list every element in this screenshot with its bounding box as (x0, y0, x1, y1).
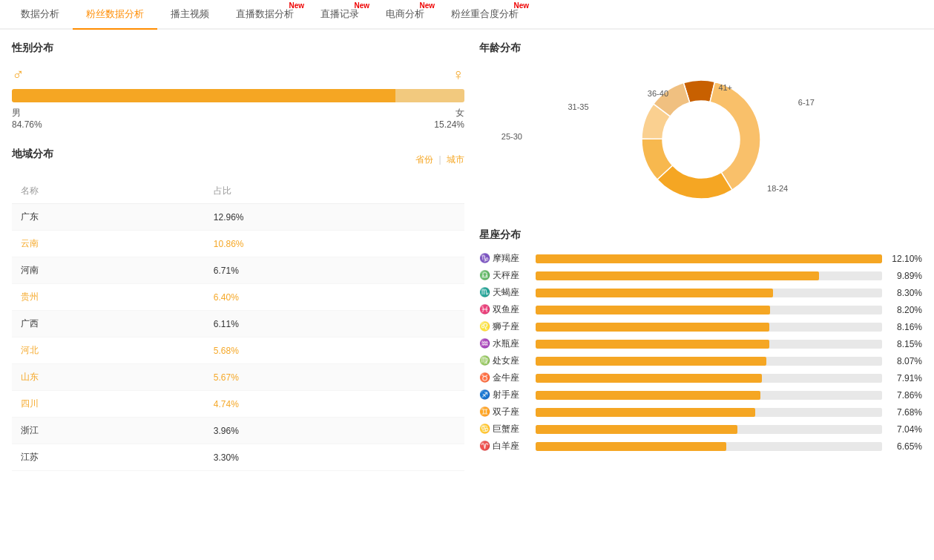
table-row: 四川4.74% (12, 391, 464, 418)
region-pct-cell: 6.71% (205, 257, 464, 284)
female-icon: ♀ (453, 65, 465, 85)
nav-tab-2[interactable]: 播主视频 (157, 0, 223, 28)
region-pct-cell: 5.67% (205, 364, 464, 391)
new-badge-6: New (513, 1, 529, 10)
zodiac-bar-bg-7 (536, 374, 882, 383)
col-pct-header: 占比 (205, 179, 464, 204)
region-pct-cell: 4.74% (205, 391, 464, 418)
zodiac-bar-bg-2 (536, 289, 882, 297)
region-section: 地域分布 省份 | 城市 名称 占比 广东12.96%云南10.86%河南6.7… (12, 148, 464, 471)
nav-tab-5[interactable]: 电商分析New (372, 0, 438, 28)
zodiac-bar-bg-9 (536, 408, 882, 417)
zodiac-pct-11: 6.65% (888, 441, 922, 452)
zodiac-bar-bg-4 (536, 323, 882, 332)
zodiac-section: 星座分布 ♑ 摩羯座12.10%♎ 天秤座9.89%♏ 天蝎座8.30%♓ 双鱼… (479, 228, 922, 452)
zodiac-bar-fill-4 (536, 323, 769, 332)
region-pct-cell: 3.30% (205, 444, 464, 471)
zodiac-bar-bg-3 (536, 306, 882, 314)
region-name-cell: 四川 (12, 391, 205, 418)
region-name-cell: 广东 (12, 204, 205, 231)
zodiac-name-6: ♍ 处女座 (479, 355, 530, 367)
region-header: 地域分布 省份 | 城市 (12, 148, 464, 171)
zodiac-bar-fill-2 (536, 289, 773, 297)
table-row: 云南10.86% (12, 231, 464, 257)
age-section: 年龄分布 6-1718-2425-3031-3536-4041+ (479, 42, 922, 214)
zodiac-bar-bg-6 (536, 357, 882, 366)
new-badge-3: New (289, 1, 304, 10)
region-name-cell: 河北 (12, 337, 205, 364)
region-name-cell: 云南 (12, 231, 205, 257)
zodiac-name-9: ♊ 双子座 (479, 406, 530, 418)
nav-tab-1[interactable]: 粉丝数据分析 (73, 0, 157, 30)
zodiac-name-3: ♓ 双鱼座 (479, 303, 530, 316)
table-row: 浙江3.96% (12, 418, 464, 444)
zodiac-pct-4: 8.16% (888, 322, 922, 332)
zodiac-bar-fill-6 (536, 357, 766, 366)
zodiac-bar-fill-5 (536, 340, 769, 349)
nav-tabs: 数据分析粉丝数据分析播主视频直播数据分析New直播记录New电商分析New粉丝重… (0, 0, 934, 30)
region-table-header: 名称 占比 (12, 179, 464, 204)
region-name-cell: 江苏 (12, 444, 205, 471)
zodiac-row: ♌ 狮子座8.16% (479, 320, 922, 333)
zodiac-bar-fill-9 (536, 408, 755, 417)
col-name-header: 名称 (12, 179, 205, 204)
zodiac-pct-8: 7.86% (888, 390, 922, 401)
zodiac-name-0: ♑ 摩羯座 (479, 252, 530, 265)
zodiac-name-7: ♉ 金牛座 (479, 372, 530, 384)
table-row: 河北5.68% (12, 337, 464, 364)
new-badge-5: New (419, 1, 435, 10)
region-filter: 省份 | 城市 (415, 154, 464, 166)
region-pct-cell: 6.11% (205, 311, 464, 337)
donut-segment-25-30 (657, 165, 731, 199)
zodiac-bar-fill-1 (536, 271, 819, 280)
zodiac-pct-6: 8.07% (888, 356, 922, 366)
age-title: 年龄分布 (479, 42, 922, 55)
region-title: 地域分布 (12, 148, 53, 161)
nav-tab-4[interactable]: 直播记录New (307, 0, 372, 28)
zodiac-bar-fill-10 (536, 425, 737, 434)
gender-female-label: 女 15.24% (434, 107, 464, 130)
gender-icons: ♂ ♀ (12, 65, 464, 85)
zodiac-name-8: ♐ 射手座 (479, 389, 530, 401)
nav-tab-3[interactable]: 直播数据分析New (223, 0, 307, 28)
zodiac-bar-bg-0 (536, 254, 882, 263)
zodiac-bar-fill-11 (536, 442, 726, 451)
region-pct-cell: 12.96% (205, 204, 464, 231)
main-content: 性别分布 ♂ ♀ 男 84.76% 女 15.24% (0, 30, 934, 483)
table-row: 山东5.67% (12, 364, 464, 391)
region-pct-cell: 3.96% (205, 418, 464, 444)
zodiac-row: ♐ 射手座7.86% (479, 389, 922, 401)
zodiac-pct-9: 7.68% (888, 407, 922, 418)
zodiac-pct-5: 8.15% (888, 339, 922, 349)
zodiac-row: ♓ 双鱼座8.20% (479, 303, 922, 316)
zodiac-row: ♑ 摩羯座12.10% (479, 252, 922, 265)
gender-bar (12, 89, 464, 102)
right-panel: 年龄分布 6-1718-2425-3031-3536-4041+ 星座分布 ♑ … (479, 42, 922, 471)
zodiac-pct-0: 12.10% (888, 254, 922, 264)
gender-bar-male (12, 89, 395, 102)
filter-province[interactable]: 省份 (415, 154, 433, 165)
donut-chart (627, 65, 775, 214)
table-row: 河南6.71% (12, 257, 464, 284)
gender-male-label: 男 84.76% (12, 107, 42, 130)
filter-city[interactable]: 城市 (447, 154, 464, 165)
table-row: 贵州6.40% (12, 284, 464, 311)
zodiac-bar-fill-7 (536, 374, 762, 383)
table-row: 广东12.96% (12, 204, 464, 231)
donut-label-6-17: 6-17 (798, 98, 815, 107)
nav-tab-0[interactable]: 数据分析 (7, 0, 73, 28)
donut-container: 6-1718-2425-3031-3536-4041+ (479, 65, 922, 214)
zodiac-bar-bg-11 (536, 442, 882, 451)
region-table: 名称 占比 广东12.96%云南10.86%河南6.71%贵州6.40%广西6.… (12, 179, 464, 471)
zodiac-name-10: ♋ 巨蟹座 (479, 423, 530, 435)
zodiac-name-11: ♈ 白羊座 (479, 440, 530, 452)
zodiac-pct-3: 8.20% (888, 305, 922, 315)
zodiac-row: ♎ 天秤座9.89% (479, 269, 922, 282)
nav-tab-6[interactable]: 粉丝重合度分析New (438, 0, 532, 28)
zodiac-bar-fill-8 (536, 391, 760, 400)
zodiac-row: ♊ 双子座7.68% (479, 406, 922, 418)
zodiac-row: ♈ 白羊座6.65% (479, 440, 922, 452)
region-pct-cell: 6.40% (205, 284, 464, 311)
zodiac-bar-bg-8 (536, 391, 882, 400)
zodiac-pct-10: 7.04% (888, 424, 922, 435)
